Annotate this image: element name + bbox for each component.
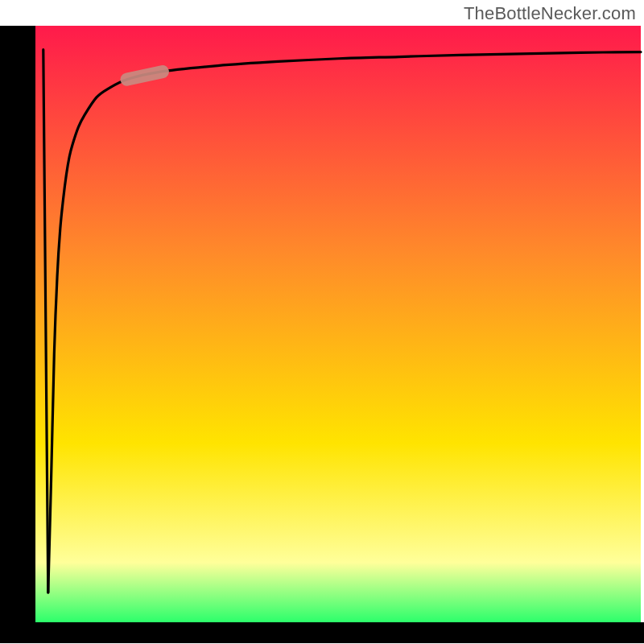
spacer [0,0,35,26]
plot-background [35,26,641,622]
bottleneck-chart [0,0,644,644]
watermark-text: TheBottleNecker.com [464,3,636,24]
x-axis-border [0,622,644,643]
y-axis-border [0,26,35,643]
chart-frame: TheBottleNecker.com [0,0,644,644]
highlight-segment [127,72,163,80]
